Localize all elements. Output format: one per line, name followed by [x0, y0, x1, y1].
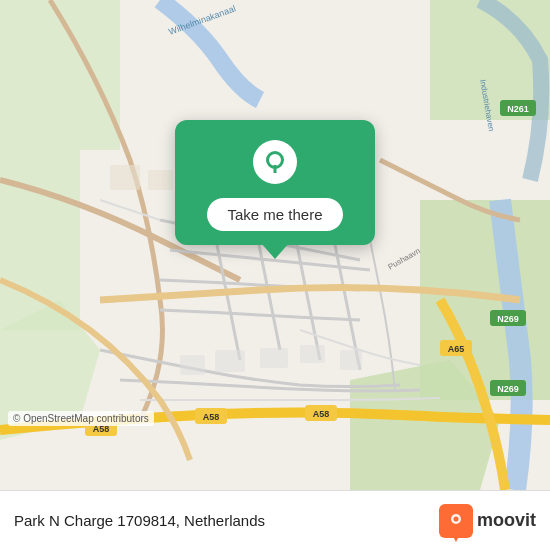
svg-rect-30	[300, 345, 325, 363]
svg-rect-24	[110, 165, 140, 190]
moovit-text: moovit	[477, 510, 536, 531]
svg-text:N269: N269	[497, 314, 519, 324]
svg-text:N261: N261	[507, 104, 529, 114]
svg-point-33	[453, 516, 458, 521]
map-attribution: © OpenStreetMap contributors	[8, 411, 154, 426]
svg-text:N269: N269	[497, 384, 519, 394]
svg-text:A58: A58	[203, 412, 220, 422]
location-name: Park N Charge 1709814, Netherlands	[14, 512, 439, 529]
svg-marker-34	[452, 527, 460, 532]
location-popup: Take me there	[175, 120, 375, 245]
pin-icon	[253, 140, 297, 184]
info-bar: Park N Charge 1709814, Netherlands moovi…	[0, 490, 550, 550]
svg-rect-25	[148, 170, 173, 190]
svg-text:A58: A58	[313, 409, 330, 419]
svg-text:A65: A65	[448, 344, 465, 354]
take-me-there-button[interactable]: Take me there	[207, 198, 342, 231]
svg-rect-29	[260, 348, 288, 368]
moovit-logo: moovit	[439, 504, 536, 538]
svg-rect-31	[340, 350, 362, 370]
moovit-icon	[439, 504, 473, 538]
svg-rect-27	[180, 355, 205, 375]
svg-rect-28	[215, 350, 245, 372]
svg-rect-1	[0, 0, 120, 150]
svg-rect-2	[0, 150, 80, 330]
map-container: Wilhelminakanaal Industriehaven A58 A58 …	[0, 0, 550, 490]
